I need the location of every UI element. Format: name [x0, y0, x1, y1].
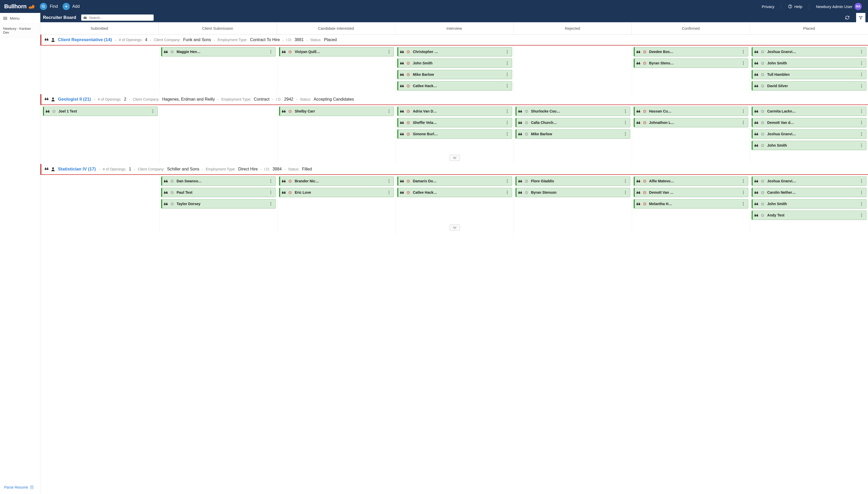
topnav: Bullhorn Find Add Privacy Help Newbury A…: [0, 0, 868, 13]
help-link[interactable]: Help: [786, 4, 804, 9]
svg-line-1: [44, 7, 45, 8]
svg-point-5: [790, 7, 790, 7]
help-icon: [788, 4, 792, 8]
add-label: Add: [73, 4, 80, 9]
find-button[interactable]: Find: [40, 3, 58, 10]
nav-right: Privacy Help Newbury Admin User NA: [760, 3, 864, 10]
add-button[interactable]: Add: [63, 3, 80, 10]
avatar: NA: [854, 3, 862, 10]
bull-icon: [28, 4, 35, 9]
search-icon: [40, 3, 47, 10]
user-menu[interactable]: Newbury Admin User NA: [814, 3, 864, 10]
logo[interactable]: Bullhorn: [4, 3, 35, 10]
find-label: Find: [50, 4, 58, 9]
privacy-link[interactable]: Privacy: [760, 4, 776, 9]
plus-icon: [63, 3, 70, 10]
logo-text: Bullhorn: [4, 3, 26, 10]
svg-point-0: [42, 5, 44, 7]
